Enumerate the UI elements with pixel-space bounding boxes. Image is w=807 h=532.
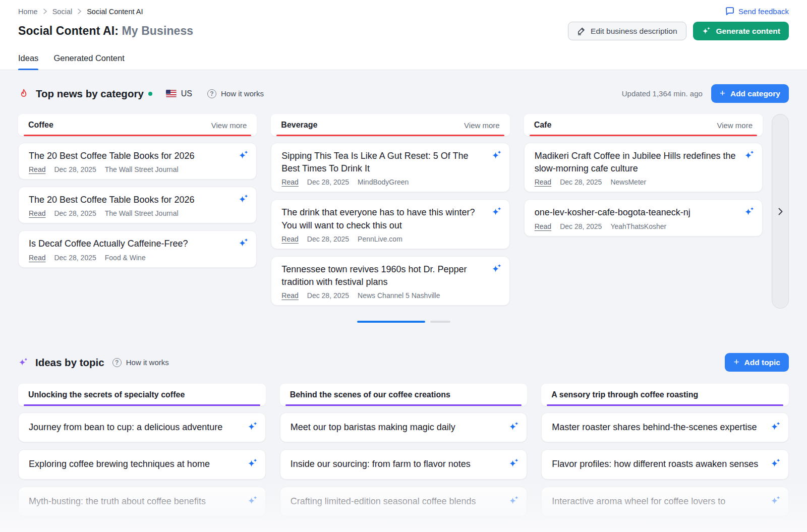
news-article-card[interactable]: one-lev-kosher-cafe-bogota-teaneck-nj Re… <box>524 199 763 236</box>
generate-from-article-button[interactable] <box>491 150 502 161</box>
chevron-right-icon <box>43 9 47 14</box>
status-dot <box>148 92 152 96</box>
article-date: Dec 28, 2025 <box>307 235 349 243</box>
tab-ideas[interactable]: Ideas <box>18 53 38 70</box>
generate-from-article-button[interactable] <box>744 150 755 161</box>
generate-from-idea-button[interactable] <box>508 421 520 432</box>
generate-from-article-button[interactable] <box>238 194 249 205</box>
news-article-card[interactable]: The drink that everyone has to have this… <box>271 199 509 249</box>
read-link[interactable]: Read <box>29 209 45 217</box>
breadcrumb-current: Social Content AI <box>87 8 143 16</box>
news-article-card[interactable]: Is Decaf Coffee Actually Caffeine-Free? … <box>18 230 257 267</box>
idea-card[interactable]: Myth-busting: the truth about coffee ben… <box>18 487 266 516</box>
read-link[interactable]: Read <box>281 178 298 186</box>
idea-card[interactable]: Flavor profiles: how different roasts aw… <box>541 449 789 479</box>
tab-generated-content[interactable]: Generated Content <box>53 53 124 70</box>
carousel-next-button[interactable] <box>772 114 789 309</box>
read-link[interactable]: Read <box>535 178 551 186</box>
read-link[interactable]: Read <box>29 165 45 173</box>
generate-from-article-button[interactable] <box>238 238 249 249</box>
read-link[interactable]: Read <box>281 291 298 300</box>
chevron-right-icon <box>78 9 81 14</box>
idea-title: Meet our top baristas making magic daily <box>291 421 503 434</box>
article-date: Dec 28, 2025 <box>307 291 349 300</box>
idea-card[interactable]: Inside our sourcing: from farm to flavor… <box>280 449 528 479</box>
ideas-topic-column: Behind the scenes of our coffee creation… <box>280 384 528 523</box>
generate-content-button[interactable]: Generate content <box>693 22 789 40</box>
generate-from-article-button[interactable] <box>744 206 755 217</box>
news-article-card[interactable]: The 20 Best Coffee Table Books for 2026 … <box>18 187 257 223</box>
idea-card[interactable]: Crafting limited-edition seasonal coffee… <box>280 487 528 516</box>
idea-card[interactable]: Journey from bean to cup: a delicious ad… <box>18 412 266 442</box>
article-title: The 20 Best Coffee Table Books for 2026 <box>29 150 232 162</box>
news-article-card[interactable]: Tennessee town revives 1960s hot Dr. Pep… <box>271 256 509 306</box>
breadcrumb-home[interactable]: Home <box>18 8 38 16</box>
view-more-link[interactable]: View more <box>464 121 500 130</box>
edit-business-description-button[interactable]: Edit business description <box>568 22 686 40</box>
generate-from-idea-button[interactable] <box>770 495 781 506</box>
generate-from-article-button[interactable] <box>491 206 502 217</box>
article-source: The Wall Street Journal <box>105 165 179 173</box>
view-more-link[interactable]: View more <box>211 121 247 130</box>
read-link[interactable]: Read <box>535 222 551 230</box>
pagination-bar[interactable] <box>430 321 450 323</box>
generate-from-idea-button[interactable] <box>508 495 520 506</box>
breadcrumb-social[interactable]: Social <box>52 8 73 16</box>
generate-from-idea-button[interactable] <box>247 495 258 506</box>
how-it-works-link[interactable]: ? How it works <box>207 89 264 98</box>
article-source: Food & Wine <box>105 254 146 262</box>
idea-card[interactable]: Meet our top baristas making magic daily <box>280 412 528 442</box>
article-source: PennLive.com <box>358 235 402 243</box>
tab-bar: Ideas Generated Content <box>0 53 807 70</box>
ai-sparkle-icon <box>508 458 520 469</box>
ai-sparkle-icon <box>770 458 781 469</box>
updated-timestamp: Updated 1,364 min. ago <box>622 89 703 98</box>
ai-sparkle-icon <box>770 495 781 506</box>
how-it-works-link[interactable]: ? How it works <box>112 358 169 367</box>
pagination-bar-active[interactable] <box>357 321 425 323</box>
ai-sparkle-icon <box>508 421 520 432</box>
ideas-topic-column: Unlocking the secrets of specialty coffe… <box>18 384 266 523</box>
view-more-link[interactable]: View more <box>717 121 753 130</box>
generate-from-article-button[interactable] <box>238 150 249 161</box>
breadcrumb: Home Social Social Content AI <box>18 8 143 16</box>
idea-title: Inside our sourcing: from farm to flavor… <box>291 458 503 470</box>
plus-icon: + <box>733 357 739 367</box>
generate-from-idea-button[interactable] <box>247 458 258 469</box>
add-topic-button[interactable]: + Add topic <box>725 353 789 372</box>
news-article-card[interactable]: The 20 Best Coffee Table Books for 2026 … <box>18 143 257 180</box>
generate-from-idea-button[interactable] <box>770 421 781 432</box>
category-header-card: Beverage View more <box>271 114 509 136</box>
article-list: The 20 Best Coffee Table Books for 2026 … <box>18 143 257 268</box>
read-link[interactable]: Read <box>281 235 298 243</box>
category-name: Beverage <box>281 121 317 130</box>
idea-card[interactable]: Master roaster shares behind-the-scenes … <box>541 412 789 442</box>
article-list: Sipping This Tea Is Like A Gut Reset: 5 … <box>271 143 509 306</box>
ai-sparkle-icon <box>508 495 520 506</box>
generate-from-idea-button[interactable] <box>247 421 258 432</box>
generate-from-idea-button[interactable] <box>770 458 781 469</box>
feedback-bubble-icon <box>725 7 734 16</box>
idea-card[interactable]: Interactive aroma wheel for coffee lover… <box>541 487 789 516</box>
generate-from-idea-button[interactable] <box>508 458 520 469</box>
news-article-card[interactable]: Sipping This Tea Is Like A Gut Reset: 5 … <box>271 143 509 192</box>
article-date: Dec 28, 2025 <box>560 222 602 230</box>
news-columns: Coffee View more The 20 Best Coffee Tabl… <box>18 114 763 313</box>
article-date: Dec 28, 2025 <box>54 165 96 173</box>
pencil-icon <box>577 27 586 35</box>
ai-sparkle-icon <box>702 26 711 36</box>
generate-from-article-button[interactable] <box>491 263 502 274</box>
category-name: Coffee <box>28 121 53 130</box>
idea-list: Master roaster shares behind-the-scenes … <box>541 412 789 516</box>
us-flag-icon <box>166 90 177 97</box>
page-header: Home Social Social Content AI Send feedb… <box>0 0 807 70</box>
read-link[interactable]: Read <box>29 254 45 262</box>
send-feedback-link[interactable]: Send feedback <box>725 7 789 16</box>
idea-card[interactable]: Exploring coffee brewing techniques at h… <box>18 449 266 479</box>
ai-sparkle-icon <box>744 206 755 217</box>
article-title: Sipping This Tea Is Like A Gut Reset: 5 … <box>281 150 485 175</box>
topic-header-card: Behind the scenes of our coffee creation… <box>280 384 528 406</box>
add-category-button[interactable]: + Add category <box>711 84 789 103</box>
article-title: Tennessee town revives 1960s hot Dr. Pep… <box>281 263 485 288</box>
news-article-card[interactable]: Madikeri Craft Coffee in Jubilee Hills r… <box>524 143 763 192</box>
